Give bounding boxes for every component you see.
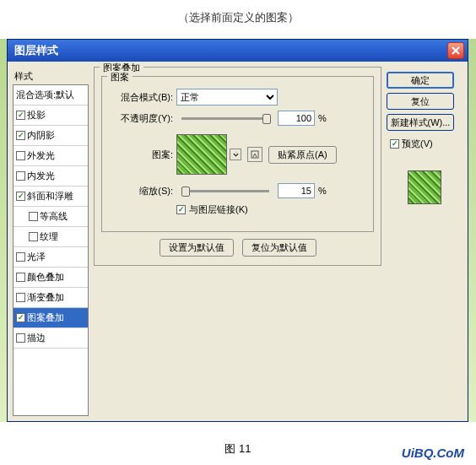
style-item-pattern-overlay[interactable]: 图案叠加 [14,308,88,328]
bg-decor-left [0,39,7,422]
checkbox-icon[interactable] [16,131,25,140]
styles-list: 混合选项:默认 投影 内阴影 外发光 内发光 [13,84,89,416]
styles-panel: 样式 混合选项:默认 投影 内阴影 外发光 [13,67,89,416]
blend-mode-select[interactable]: 正常 [176,89,278,105]
style-item-outer-glow[interactable]: 外发光 [14,146,88,166]
preview-swatch [408,170,441,204]
pattern-dropdown[interactable] [230,149,241,160]
checkbox-icon[interactable] [16,111,25,120]
checkbox-icon[interactable] [16,293,25,302]
style-item-color-overlay[interactable]: 颜色叠加 [14,268,88,288]
style-item-gradient-overlay[interactable]: 渐变叠加 [14,288,88,308]
ok-button[interactable]: 确定 [387,72,454,89]
style-item-bevel-emboss[interactable]: 斜面和浮雕 [14,187,88,207]
blend-options-item[interactable]: 混合选项:默认 [14,85,88,105]
style-item-drop-shadow[interactable]: 投影 [14,105,88,126]
new-style-button[interactable]: 新建样式(W)... [387,114,454,131]
link-layer-checkbox[interactable] [176,205,186,214]
titlebar[interactable]: 图层样式 [8,40,468,62]
pattern-label: 图案: [111,149,173,161]
style-item-label: 描边 [27,332,46,344]
style-item-label: 颜色叠加 [27,271,64,284]
snap-button[interactable] [247,147,262,162]
style-item-label: 等高线 [40,210,68,223]
inner-group-label: 图案 [107,71,133,84]
style-item-label: 光泽 [27,251,46,263]
checkbox-icon[interactable] [16,273,25,282]
style-item-contour[interactable]: 等高线 [14,207,88,227]
style-item-inner-shadow[interactable]: 内阴影 [14,126,88,146]
link-layer-label: 与图层链接(K) [189,203,248,216]
preview-label: 预览(V) [402,138,433,150]
blend-mode-label: 混合模式(B): [111,91,173,104]
checkbox-icon[interactable] [16,313,25,322]
caption-top: （选择前面定义的图案） [0,0,476,32]
reset-button[interactable]: 复位 [387,93,454,110]
style-item-stroke[interactable]: 描边 [14,328,88,349]
pattern-overlay-group: 图案叠加 图案 混合模式(B): 正常 不透明度(Y): [94,67,381,266]
svg-point-0 [235,152,236,153]
styles-label: 样式 [13,67,89,84]
style-item-inner-glow[interactable]: 内发光 [14,166,88,187]
pattern-group: 图案 混合模式(B): 正常 不透明度(Y): [101,76,374,232]
opacity-slider[interactable] [181,117,269,120]
percent-label: % [318,113,327,123]
reset-default-button[interactable]: 复位为默认值 [242,239,316,257]
watermark: UiBQ.CoM [402,446,464,460]
checkbox-icon[interactable] [16,333,25,343]
close-button[interactable] [447,42,464,59]
checkbox-icon[interactable] [29,212,38,221]
checkbox-icon[interactable] [16,171,25,181]
slider-thumb-icon[interactable] [181,187,190,197]
style-item-label: 图案叠加 [27,311,64,324]
slider-thumb-icon[interactable] [262,114,271,124]
scale-input[interactable] [278,183,315,198]
close-icon [452,46,460,55]
layer-style-dialog: 图层样式 样式 混合选项:默认 投影 内阴影 [7,39,468,422]
bg-decor-right [468,39,476,422]
percent-label: % [318,186,327,196]
titlebar-title: 图层样式 [14,43,447,58]
opacity-input[interactable] [278,111,315,126]
checkbox-icon[interactable] [16,252,25,262]
style-item-label: 外发光 [27,149,55,162]
opacity-label: 不透明度(Y): [111,112,173,125]
checkbox-icon[interactable] [16,151,25,160]
style-item-texture[interactable]: 纹理 [14,227,88,247]
preview-box [395,160,454,215]
snap-icon [251,150,259,159]
chevron-down-icon [233,152,239,157]
preview-checkbox[interactable] [390,139,399,149]
style-item-label: 内阴影 [27,129,55,142]
settings-panel: 图案叠加 图案 混合模式(B): 正常 不透明度(Y): [94,67,381,416]
style-item-label: 纹理 [40,230,58,243]
style-item-satin[interactable]: 光泽 [14,247,88,268]
snap-origin-button[interactable]: 贴紧原点(A) [268,146,337,164]
style-item-label: 投影 [27,109,46,122]
style-item-label: 斜面和浮雕 [27,190,73,203]
scale-label: 缩放(S): [111,185,173,197]
style-item-label: 内发光 [27,170,55,182]
scale-slider[interactable] [181,190,269,192]
right-buttons: 确定 复位 新建样式(W)... 预览(V) [387,67,462,416]
style-item-label: 渐变叠加 [27,291,64,304]
checkbox-icon[interactable] [16,192,25,201]
checkbox-icon[interactable] [29,232,38,241]
set-default-button[interactable]: 设置为默认值 [160,239,234,257]
pattern-swatch[interactable] [176,134,227,175]
